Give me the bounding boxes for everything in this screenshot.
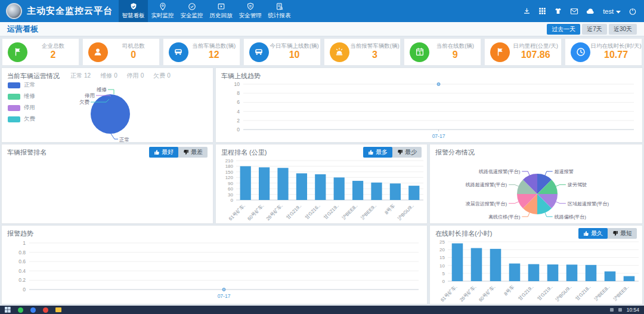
car-icon (169, 42, 188, 62)
most-button[interactable]: 最多 (363, 147, 392, 158)
kpi-card-alarm-vehicles: 当前报警车辆数(辆)3 (324, 38, 401, 66)
svg-text:甘G219..: 甘G219.. (517, 284, 534, 301)
kpi-label: 当前报警车辆数(辆) (349, 43, 401, 50)
taskbar-app-blue-icon[interactable] (30, 307, 36, 313)
kpi-card-online-now: 1 当前在线数(辆)9 (404, 38, 481, 66)
svg-text:离线位移(平台): 离线位移(平台) (488, 214, 521, 220)
check-circle-icon (188, 2, 196, 11)
legend-item-repair[interactable]: 维修 (8, 93, 35, 100)
kpi-card-avg-mileage: 日均里程(公里/天)107.86 (484, 38, 562, 66)
grid-icon[interactable] (538, 7, 546, 15)
svg-text:90: 90 (228, 181, 233, 186)
shield-icon (129, 2, 138, 11)
least-button[interactable]: 最少 (392, 147, 422, 158)
kpi-label: 当前车辆总数(辆) (188, 43, 240, 50)
nav-item-realtime-monitor[interactable]: 实时监控 (148, 0, 177, 22)
tray-icon[interactable] (610, 308, 614, 312)
svg-text:5: 5 (442, 271, 445, 276)
nav-item-safety-management[interactable]: 安全管理 (236, 0, 265, 22)
panel-title: 当前车辆运营情况 (7, 72, 60, 81)
kpi-row: 企业总数2 司机总数0 当前车辆总数(辆)12 今日车辆上线数(辆)10 当前报… (0, 38, 644, 66)
nav-item-label: 安全管理 (239, 12, 262, 20)
online-duration-bar-chart: 051015202561号矿车.26号矿车.60号矿车.8号车甘G219..甘G… (430, 238, 643, 304)
app-logo-icon (6, 3, 22, 19)
nav-item-history-playback[interactable]: 历史回放 (206, 0, 236, 22)
svg-text:60: 60 (228, 186, 233, 192)
kpi-label: 企业总数 (27, 43, 79, 50)
panel-alarm-trend: 报警趋势 00.20.40.60.8107-17 (1, 225, 428, 304)
svg-text:停用: 停用 (85, 93, 95, 98)
alarm-trend-line-chart: 00.20.40.60.8107-17 (2, 238, 428, 304)
svg-text:0.8: 0.8 (18, 250, 26, 255)
svg-text:区域超速报警(平台): 区域超速报警(平台) (568, 201, 609, 207)
legend-item-arrears[interactable]: 欠费 (8, 115, 35, 123)
svg-text:15: 15 (439, 255, 445, 260)
navbar-actions: test (523, 0, 644, 22)
nav-item-label: 历史回放 (210, 12, 233, 20)
user-menu[interactable]: test (603, 8, 621, 15)
filter-7-days-button[interactable]: 近7天 (582, 24, 607, 35)
cloud-icon[interactable] (586, 8, 595, 14)
svg-text:0: 0 (442, 279, 445, 284)
top-navbar: 主动安全监控云平台 智慧看板 实时监控 安全监控 历史回放 安全管理 (0, 0, 644, 22)
kpi-label: 日均里程(公里/天) (510, 43, 561, 50)
svg-text:线路超速报警(平台): 线路超速报警(平台) (465, 182, 507, 187)
kpi-label: 司机总数 (108, 43, 159, 50)
app-title: 主动安全监控云平台 (27, 5, 113, 17)
panel-online-duration: 在线时长排名(小时) 最久 最短 051015202561号矿车.26号矿车.6… (429, 225, 643, 304)
download-icon[interactable] (523, 7, 531, 15)
windows-start-icon[interactable] (5, 304, 11, 314)
nav-item-statistics-report[interactable]: 统计报表 (265, 0, 294, 22)
svg-text:甘G219..: 甘G219.. (323, 203, 340, 220)
panel-title: 报警分布情况 (435, 148, 475, 157)
filter-30-days-button[interactable]: 近30天 (609, 24, 637, 35)
skin-icon[interactable] (554, 7, 562, 15)
panel-title: 里程排名 (公里) (221, 148, 267, 157)
kpi-card-drivers: 司机总数0 (82, 38, 160, 66)
taskbar-clock[interactable]: 10:54 (627, 307, 639, 313)
flag-icon (8, 42, 27, 62)
svg-text:61号矿车.: 61号矿车. (439, 284, 458, 303)
brand: 主动安全监控云平台 (0, 0, 119, 22)
flag-icon (490, 42, 510, 62)
rank-toggle: 最多 最少 (363, 147, 422, 158)
nav-item-safety-monitor[interactable]: 安全监控 (177, 0, 206, 22)
legend-item-normal[interactable]: 正常 (8, 81, 35, 89)
svg-text:26号矿车.: 26号矿车. (459, 284, 477, 303)
folder-icon[interactable] (55, 307, 61, 312)
kpi-value: 12 (188, 50, 240, 60)
location-pin-icon (159, 2, 167, 11)
worst-button[interactable]: 最差 (178, 147, 208, 158)
panel-alarm-distribution: 报警分布情况 超速报警疲劳驾驶区域超速报警(平台)线路偏移(平台)离线位移(平台… (429, 144, 643, 224)
svg-text:欠费: 欠费 (79, 99, 90, 105)
kpi-value: 9 (429, 50, 481, 60)
kpi-card-companies: 企业总数2 (2, 38, 79, 66)
subheader: 运营看板 过去一天 近7天 近30天 (0, 22, 644, 36)
chrome-icon[interactable] (43, 307, 48, 313)
playback-icon (217, 2, 225, 11)
svg-text:60号矿车.: 60号矿车. (478, 284, 496, 303)
taskbar-app-green-icon[interactable] (18, 307, 23, 313)
longest-button[interactable]: 最久 (578, 228, 608, 239)
nav-item-label: 智慧看板 (122, 12, 145, 20)
svg-text:线路偏移(平台): 线路偏移(平台) (554, 214, 587, 220)
tray-icon[interactable] (618, 308, 622, 312)
filter-past-day-button[interactable]: 过去一天 (547, 24, 580, 35)
alarm-icon (330, 42, 349, 62)
svg-text:20: 20 (439, 247, 445, 253)
svg-text:10: 10 (234, 81, 240, 87)
svg-text:07-17: 07-17 (218, 293, 231, 299)
svg-text:0.2: 0.2 (18, 277, 26, 283)
svg-text:0.6: 0.6 (18, 258, 26, 264)
legend-item-disabled[interactable]: 停用 (8, 104, 35, 112)
svg-text:07-17: 07-17 (432, 133, 445, 139)
mileage-rank-bar-chart: 030609012015018021061号矿车.60号矿车.26号矿车.甘G2… (216, 157, 428, 224)
power-icon[interactable] (628, 7, 637, 16)
best-button[interactable]: 最好 (149, 147, 178, 158)
svg-text:沪BGU9..: 沪BGU9.. (554, 284, 572, 303)
shortest-button[interactable]: 最短 (608, 228, 637, 239)
mail-icon[interactable] (570, 8, 578, 15)
svg-text:沪BEE8..: 沪BEE8.. (593, 284, 611, 302)
svg-text:沪BEE9..: 沪BEE9.. (612, 284, 630, 302)
nav-item-dashboard[interactable]: 智慧看板 (119, 0, 148, 22)
